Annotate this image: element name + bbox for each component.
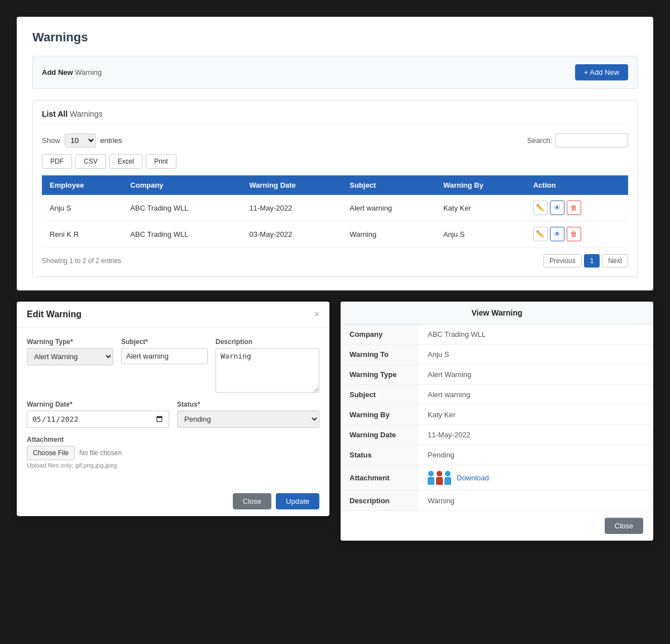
modal-close-btn[interactable]: Close <box>233 493 271 509</box>
warning-date-input[interactable] <box>27 411 169 428</box>
cell-company: ABC Trading WLL <box>122 195 241 221</box>
warning-type-group: Warning Type* Alert Warning Warning <box>27 338 113 393</box>
entries-select[interactable]: 10 25 50 100 <box>65 133 96 147</box>
people-icon <box>428 471 451 485</box>
pdf-button[interactable]: PDF <box>42 154 72 169</box>
choose-file-button[interactable]: Choose File <box>27 446 75 460</box>
cell-employee: Reni K R <box>42 221 122 247</box>
view-label: Description <box>341 491 419 511</box>
cell-warning-date: 11-May-2022 <box>242 195 342 221</box>
view-table-row: Warning Type Alert Warning <box>341 365 653 385</box>
show-label: Show <box>42 136 60 145</box>
warnings-table: Employee Company Warning Date Subject Wa… <box>42 175 628 247</box>
view-value: Alert Warning <box>419 365 653 385</box>
view-label: Company <box>341 325 419 345</box>
cell-action: ✏️ 👁 🗑 <box>525 195 628 221</box>
view-label: Warning Date <box>341 425 419 445</box>
add-new-button[interactable]: + Add New <box>575 64 628 80</box>
delete-action-button[interactable]: 🗑 <box>567 201 581 215</box>
file-input-row: Choose File No file chosen <box>27 446 319 460</box>
csv-button[interactable]: CSV <box>75 154 106 169</box>
view-table: Company ABC Trading WLL Warning To Anju … <box>341 325 653 511</box>
view-table-row: Description Warning <box>341 491 653 511</box>
search-bar: Search: <box>527 133 628 147</box>
view-label: Status <box>341 445 419 465</box>
view-label: Subject <box>341 385 419 405</box>
col-warning-by: Warning By <box>436 175 525 195</box>
col-warning-date: Warning Date <box>242 175 342 195</box>
view-value: Alert warning <box>419 385 653 405</box>
list-section: List All Warnings Show 10 25 50 100 entr… <box>32 100 638 277</box>
view-value: Anju S <box>419 345 653 365</box>
edit-action-button[interactable]: ✏️ <box>533 201 548 215</box>
view-value-attachment: Download <box>419 465 653 491</box>
table-row: Reni K R ABC Trading WLL 03-May-2022 War… <box>42 221 628 247</box>
table-controls: Show 10 25 50 100 entries Search: <box>42 133 628 147</box>
modal-header: Edit Warning × <box>17 302 329 328</box>
table-row: Anju S ABC Trading WLL 11-May-2022 Alert… <box>42 195 628 221</box>
attachment-label: Attachment <box>27 436 319 443</box>
edit-warning-modal: Edit Warning × Warning Type* Alert Warni… <box>17 302 329 516</box>
print-button[interactable]: Print <box>146 154 176 169</box>
modal-footer: Close Update <box>17 486 329 516</box>
view-value: Warning <box>419 491 653 511</box>
view-header: View Warning <box>341 302 653 325</box>
warning-type-select[interactable]: Alert Warning Warning <box>27 348 113 365</box>
description-textarea[interactable]: Warning <box>216 348 319 393</box>
status-group: Status* Pending Active Resolved <box>177 400 319 428</box>
col-subject: Subject <box>342 175 436 195</box>
form-row-1: Warning Type* Alert Warning Warning Subj… <box>27 338 319 393</box>
person-1 <box>428 471 434 485</box>
subject-group: Subject* <box>121 338 208 393</box>
view-label: Warning By <box>341 405 419 425</box>
list-title: List All Warnings <box>42 109 628 125</box>
cell-warning-date: 03-May-2022 <box>242 221 342 247</box>
next-page-button[interactable]: Next <box>602 254 628 268</box>
add-new-label: Add New Warning <box>42 68 102 77</box>
file-name-label: No file chosen <box>79 449 122 457</box>
status-select[interactable]: Pending Active Resolved <box>177 411 319 428</box>
view-table-row: Company ABC Trading WLL <box>341 325 653 345</box>
delete-action-button[interactable]: 🗑 <box>567 227 581 241</box>
view-action-button[interactable]: 👁 <box>550 201 564 215</box>
search-input[interactable] <box>556 133 628 147</box>
download-link[interactable]: Download <box>457 474 489 482</box>
view-label: Warning Type <box>341 365 419 385</box>
entries-label: entries <box>100 136 122 145</box>
page-1-button[interactable]: 1 <box>584 254 600 268</box>
table-footer: Showing 1 to 2 of 2 entries Previous 1 N… <box>42 254 628 268</box>
edit-action-button[interactable]: ✏️ <box>533 227 548 241</box>
view-value: Katy Ker <box>419 405 653 425</box>
view-footer: Close <box>341 511 653 541</box>
cell-action: ✏️ 👁 🗑 <box>525 221 628 247</box>
attachment-preview: Download <box>428 471 644 485</box>
excel-button[interactable]: Excel <box>109 154 142 169</box>
modal-update-btn[interactable]: Update <box>276 493 319 509</box>
view-close-button[interactable]: Close <box>605 518 643 534</box>
view-label: Attachment <box>341 465 419 491</box>
modal-close-button[interactable]: × <box>314 309 319 319</box>
status-label: Status* <box>177 400 319 408</box>
warning-type-label: Warning Type* <box>27 338 113 346</box>
person-2 <box>436 471 443 485</box>
form-row-2: Warning Date* Status* Pending Active Res… <box>27 400 319 428</box>
view-action-button[interactable]: 👁 <box>550 227 564 241</box>
view-value: 11-May-2022 <box>419 425 653 445</box>
subject-label: Subject* <box>121 338 208 346</box>
view-label: Warning To <box>341 345 419 365</box>
upload-hint: Upload files only: gif,png,jpg,jpeg <box>27 462 319 469</box>
subject-input[interactable] <box>121 348 208 364</box>
view-table-row: Status Pending <box>341 445 653 465</box>
prev-page-button[interactable]: Previous <box>543 254 582 268</box>
cell-subject: Warning <box>342 221 436 247</box>
export-buttons: PDF CSV Excel Print <box>42 154 628 169</box>
view-table-row: Subject Alert warning <box>341 385 653 405</box>
cell-subject: Alert warning <box>342 195 436 221</box>
description-label: Description <box>216 338 319 346</box>
search-label: Search: <box>527 136 552 145</box>
col-company: Company <box>122 175 241 195</box>
cell-employee: Anju S <box>42 195 122 221</box>
pagination: Previous 1 Next <box>543 254 628 268</box>
cell-company: ABC Trading WLL <box>122 221 241 247</box>
view-table-row: Warning Date 11-May-2022 <box>341 425 653 445</box>
